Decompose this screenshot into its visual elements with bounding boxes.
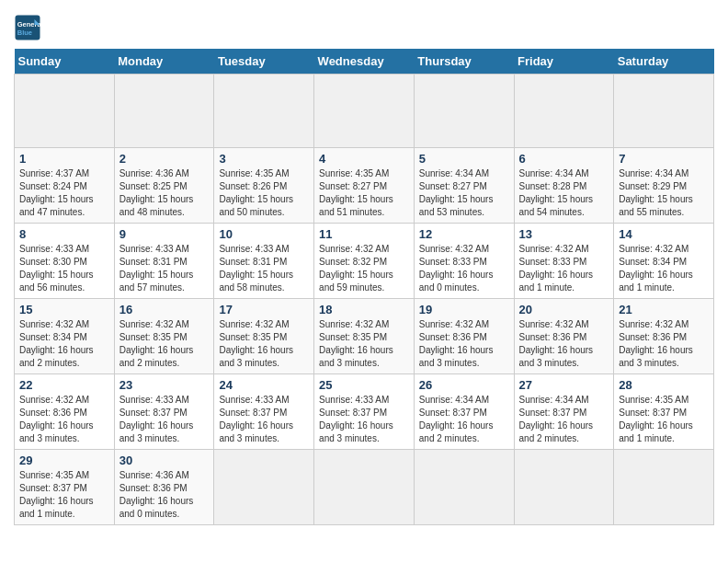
calendar-cell [514,75,614,148]
day-number: 28 [619,378,709,392]
calendar-cell: 8 Sunrise: 4:33 AMSunset: 8:30 PMDayligh… [15,224,115,299]
svg-text:Blue: Blue [17,29,32,37]
day-number: 18 [319,303,409,316]
day-info: Sunrise: 4:35 AMSunset: 8:37 PMDaylight:… [619,395,693,443]
day-info: Sunrise: 4:35 AMSunset: 8:26 PMDaylight:… [219,168,293,217]
day-number: 29 [19,454,109,467]
calendar-week-row: 15 Sunrise: 4:32 AMSunset: 8:34 PMDaylig… [15,299,714,374]
day-info: Sunrise: 4:33 AMSunset: 8:37 PMDaylight:… [119,395,194,443]
day-number: 6 [519,152,609,166]
calendar-week-row [15,75,714,148]
day-info: Sunrise: 4:32 AMSunset: 8:36 PMDaylight:… [19,395,94,443]
day-number: 11 [319,227,409,241]
day-info: Sunrise: 4:32 AMSunset: 8:36 PMDaylight:… [619,319,693,368]
page-header: General Blue [14,14,714,41]
day-number: 10 [219,227,309,241]
day-number: 2 [119,152,210,166]
day-info: Sunrise: 4:35 AMSunset: 8:37 PMDaylight:… [19,470,94,519]
day-number: 8 [19,227,109,241]
day-info: Sunrise: 4:32 AMSunset: 8:32 PMDaylight:… [319,244,393,293]
day-info: Sunrise: 4:32 AMSunset: 8:36 PMDaylight:… [419,319,494,368]
calendar-cell: 27 Sunrise: 4:34 AMSunset: 8:37 PMDaylig… [514,374,614,450]
day-number: 14 [619,227,709,241]
day-number: 9 [119,227,210,241]
calendar-cell: 12 Sunrise: 4:32 AMSunset: 8:33 PMDaylig… [414,224,514,299]
day-info: Sunrise: 4:32 AMSunset: 8:35 PMDaylight:… [219,319,293,368]
calendar-cell: 3 Sunrise: 4:35 AMSunset: 8:26 PMDayligh… [214,148,314,224]
calendar-header-row: SundayMondayTuesdayWednesdayThursdayFrid… [15,49,714,75]
calendar-cell: 18 Sunrise: 4:32 AMSunset: 8:35 PMDaylig… [314,299,415,374]
calendar-cell: 4 Sunrise: 4:35 AMSunset: 8:27 PMDayligh… [314,148,415,224]
day-number: 1 [19,152,109,166]
day-number: 24 [219,378,309,392]
calendar-cell: 15 Sunrise: 4:32 AMSunset: 8:34 PMDaylig… [15,299,115,374]
calendar-cell [614,450,714,525]
day-number: 30 [119,454,210,467]
logo-icon: General Blue [14,14,41,41]
day-number: 22 [19,378,109,392]
day-header-wednesday: Wednesday [314,49,415,75]
calendar-cell: 24 Sunrise: 4:33 AMSunset: 8:37 PMDaylig… [214,374,314,450]
day-number: 27 [519,378,609,392]
calendar-week-row: 8 Sunrise: 4:33 AMSunset: 8:30 PMDayligh… [15,224,714,299]
day-info: Sunrise: 4:34 AMSunset: 8:27 PMDaylight:… [419,168,494,217]
calendar-cell: 13 Sunrise: 4:32 AMSunset: 8:33 PMDaylig… [514,224,614,299]
calendar-cell [214,450,314,525]
day-number: 26 [419,378,509,392]
day-info: Sunrise: 4:36 AMSunset: 8:25 PMDaylight:… [119,168,194,217]
calendar-cell: 20 Sunrise: 4:32 AMSunset: 8:36 PMDaylig… [514,299,614,374]
day-number: 3 [219,152,309,166]
day-number: 16 [119,303,210,316]
calendar-cell [414,75,514,148]
calendar-cell: 30 Sunrise: 4:36 AMSunset: 8:36 PMDaylig… [114,450,214,525]
day-header-friday: Friday [514,49,614,75]
calendar-cell [15,75,115,148]
day-info: Sunrise: 4:34 AMSunset: 8:37 PMDaylight:… [419,395,494,443]
calendar-week-row: 22 Sunrise: 4:32 AMSunset: 8:36 PMDaylig… [15,374,714,450]
day-header-monday: Monday [114,49,214,75]
day-info: Sunrise: 4:33 AMSunset: 8:31 PMDaylight:… [219,244,293,293]
calendar-cell: 5 Sunrise: 4:34 AMSunset: 8:27 PMDayligh… [414,148,514,224]
calendar-cell: 22 Sunrise: 4:32 AMSunset: 8:36 PMDaylig… [15,374,115,450]
day-info: Sunrise: 4:33 AMSunset: 8:31 PMDaylight:… [119,244,194,293]
day-number: 25 [319,378,409,392]
calendar-cell [514,450,614,525]
calendar-cell: 1 Sunrise: 4:37 AMSunset: 8:24 PMDayligh… [15,148,115,224]
calendar-cell: 9 Sunrise: 4:33 AMSunset: 8:31 PMDayligh… [114,224,214,299]
calendar-cell: 16 Sunrise: 4:32 AMSunset: 8:35 PMDaylig… [114,299,214,374]
day-info: Sunrise: 4:32 AMSunset: 8:33 PMDaylight:… [519,244,594,293]
day-info: Sunrise: 4:32 AMSunset: 8:34 PMDaylight:… [19,319,94,368]
calendar-cell [314,450,415,525]
calendar-cell: 6 Sunrise: 4:34 AMSunset: 8:28 PMDayligh… [514,148,614,224]
day-header-sunday: Sunday [15,49,115,75]
day-info: Sunrise: 4:34 AMSunset: 8:29 PMDaylight:… [619,168,693,217]
logo: General Blue [14,14,45,41]
day-number: 12 [419,227,509,241]
day-info: Sunrise: 4:33 AMSunset: 8:30 PMDaylight:… [19,244,94,293]
calendar-cell: 28 Sunrise: 4:35 AMSunset: 8:37 PMDaylig… [614,374,714,450]
day-info: Sunrise: 4:33 AMSunset: 8:37 PMDaylight:… [319,395,393,443]
calendar-week-row: 1 Sunrise: 4:37 AMSunset: 8:24 PMDayligh… [15,148,714,224]
calendar-cell: 21 Sunrise: 4:32 AMSunset: 8:36 PMDaylig… [614,299,714,374]
day-info: Sunrise: 4:34 AMSunset: 8:37 PMDaylight:… [519,395,594,443]
calendar-cell: 19 Sunrise: 4:32 AMSunset: 8:36 PMDaylig… [414,299,514,374]
calendar-cell [414,450,514,525]
day-info: Sunrise: 4:32 AMSunset: 8:35 PMDaylight:… [319,319,393,368]
day-header-thursday: Thursday [414,49,514,75]
day-number: 4 [319,152,409,166]
day-number: 15 [19,303,109,316]
calendar-cell [114,75,214,148]
day-info: Sunrise: 4:32 AMSunset: 8:35 PMDaylight:… [119,319,194,368]
calendar-week-row: 29 Sunrise: 4:35 AMSunset: 8:37 PMDaylig… [15,450,714,525]
day-info: Sunrise: 4:33 AMSunset: 8:37 PMDaylight:… [219,395,293,443]
calendar-cell: 17 Sunrise: 4:32 AMSunset: 8:35 PMDaylig… [214,299,314,374]
calendar-cell: 10 Sunrise: 4:33 AMSunset: 8:31 PMDaylig… [214,224,314,299]
day-info: Sunrise: 4:32 AMSunset: 8:33 PMDaylight:… [419,244,494,293]
day-info: Sunrise: 4:32 AMSunset: 8:34 PMDaylight:… [619,244,693,293]
day-info: Sunrise: 4:32 AMSunset: 8:36 PMDaylight:… [519,319,594,368]
calendar-cell: 7 Sunrise: 4:34 AMSunset: 8:29 PMDayligh… [614,148,714,224]
calendar-cell: 26 Sunrise: 4:34 AMSunset: 8:37 PMDaylig… [414,374,514,450]
calendar-cell: 11 Sunrise: 4:32 AMSunset: 8:32 PMDaylig… [314,224,415,299]
calendar-cell: 2 Sunrise: 4:36 AMSunset: 8:25 PMDayligh… [114,148,214,224]
day-number: 19 [419,303,509,316]
